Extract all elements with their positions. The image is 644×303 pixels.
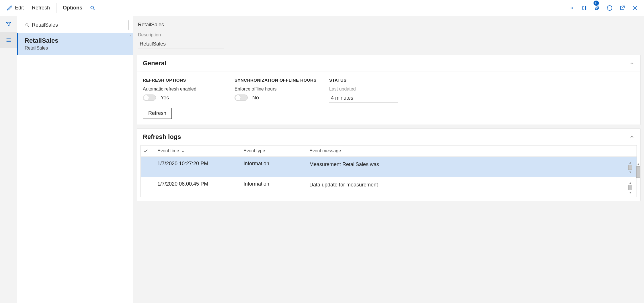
attachments-button[interactable]: 0	[591, 2, 603, 14]
list-search[interactable]	[22, 20, 128, 30]
auto-refresh-toggle[interactable]	[143, 95, 156, 101]
refresh-options-header: REFRESH OPTIONS	[143, 78, 232, 82]
pencil-icon	[7, 5, 13, 11]
event-type-cell: Information	[243, 181, 309, 187]
enforce-offline-toggle[interactable]	[235, 95, 248, 101]
event-time-cell: 1/7/2020 10:27:20 PM	[157, 161, 243, 167]
refresh-label: Refresh	[32, 5, 50, 11]
table-row[interactable]: 1/7/2020 08:00:45 PM Information Data up…	[141, 177, 637, 197]
general-card-header[interactable]: General	[137, 55, 640, 72]
table-row[interactable]: 1/7/2020 10:27:20 PM Information Measure…	[141, 156, 637, 177]
status-header: STATUS	[329, 78, 635, 82]
edit-command[interactable]: Edit	[3, 0, 28, 16]
list-item[interactable]: RetailSales RetailSales	[17, 33, 133, 55]
popout-button[interactable]	[616, 2, 629, 14]
list-item-title: RetailSales	[25, 37, 128, 44]
last-updated-label: Last updated	[329, 86, 635, 92]
logs-scrollbar[interactable]: ▴	[636, 162, 640, 178]
detail-panel: RetailSales Description RetailSales Gene…	[133, 16, 644, 303]
logs-column-header-row: Event time Event type Event message	[141, 145, 637, 156]
event-message-column[interactable]: Event message	[309, 148, 626, 154]
close-icon	[632, 5, 638, 11]
list-item-subtitle: RetailSales	[25, 46, 128, 51]
row-scrollbar[interactable]: ▴ ▾	[626, 161, 634, 174]
list-panel: RetailSales RetailSales	[17, 16, 133, 303]
event-message-label: Event message	[309, 148, 341, 154]
detail-header: RetailSales Description RetailSales	[133, 16, 644, 51]
funnel-icon	[5, 21, 12, 27]
row-scrollbar[interactable]: ▴ ▾	[626, 181, 634, 194]
refresh-button[interactable]: Refresh	[143, 108, 172, 119]
attachments-count: 0	[594, 1, 599, 6]
general-title: General	[143, 60, 629, 67]
related-links-button[interactable]	[565, 2, 578, 14]
sync-offline-header: SYNCHRONIZATION OFFLINE HOURS	[235, 78, 326, 82]
popout-icon	[619, 5, 625, 11]
list-search-input[interactable]	[30, 22, 125, 28]
svg-point-7	[26, 23, 28, 26]
search-icon	[90, 5, 95, 11]
event-time-column[interactable]: Event time	[157, 148, 243, 154]
refresh-logs-title: Refresh logs	[143, 133, 629, 141]
refresh-command[interactable]: Refresh	[28, 0, 54, 16]
list-rail-button[interactable]	[0, 32, 17, 48]
event-message-cell: Data update for measurement	[309, 181, 626, 189]
filter-rail-button[interactable]	[0, 16, 17, 32]
refresh-logs-card: Refresh logs Event time	[137, 128, 641, 201]
general-card: General REFRESH OPTIONS Automatic refres…	[137, 55, 641, 125]
office-button[interactable]	[578, 2, 591, 14]
check-icon	[143, 148, 148, 154]
search-icon	[25, 23, 30, 27]
refresh-logs-header[interactable]: Refresh logs	[137, 129, 640, 145]
event-type-column[interactable]: Event type	[243, 148, 309, 154]
chevron-up-icon	[629, 134, 635, 139]
refresh-icon	[606, 5, 613, 11]
diamond-icon	[569, 5, 575, 11]
event-time-label: Event time	[157, 148, 179, 154]
chevron-up-icon	[629, 61, 635, 66]
command-bar: Edit Refresh Options 0	[0, 0, 644, 16]
scroll-up-icon[interactable]	[128, 33, 133, 39]
refresh-logs-body: Event time Event type Event message	[137, 145, 640, 201]
office-icon	[581, 5, 587, 11]
description-value[interactable]: RetailSales	[138, 40, 224, 48]
enforce-offline-value: No	[252, 95, 259, 101]
svg-point-0	[91, 6, 93, 9]
list-items: RetailSales RetailSales	[17, 33, 133, 303]
close-button[interactable]	[629, 2, 641, 14]
svg-line-1	[93, 9, 95, 10]
svg-line-8	[28, 25, 29, 27]
list-icon	[5, 37, 12, 43]
event-message-cell: Measurement RetailSales was	[309, 161, 626, 168]
record-name: RetailSales	[138, 22, 639, 28]
sort-down-icon	[181, 149, 185, 153]
auto-refresh-label: Automatic refresh enabled	[143, 86, 232, 92]
select-all-column[interactable]	[143, 148, 157, 154]
refresh-page-button[interactable]	[603, 2, 616, 14]
last-updated-value: 4 minutes	[329, 95, 398, 103]
divider	[56, 3, 56, 13]
enforce-offline-label: Enforce offline hours	[235, 86, 326, 92]
description-label: Description	[138, 32, 639, 38]
left-rail	[0, 16, 17, 303]
event-type-cell: Information	[243, 161, 309, 167]
edit-label: Edit	[15, 5, 24, 11]
auto-refresh-value: Yes	[161, 95, 169, 101]
options-command[interactable]: Options	[59, 0, 86, 16]
event-time-cell: 1/7/2020 08:00:45 PM	[157, 181, 243, 187]
event-type-label: Event type	[243, 148, 265, 154]
search-button[interactable]	[86, 2, 99, 14]
options-label: Options	[63, 5, 82, 11]
